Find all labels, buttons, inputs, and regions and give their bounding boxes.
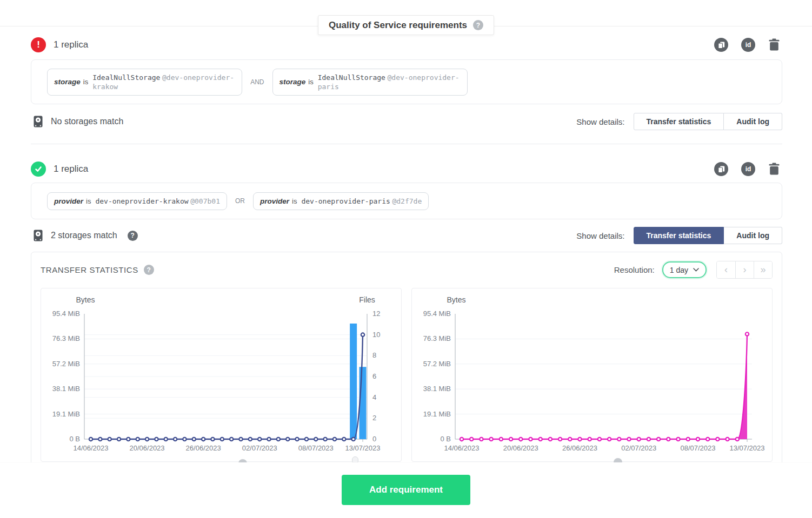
condition-operator: is (83, 78, 88, 86)
condition-key: provider (54, 197, 83, 205)
condition-value-wrap: dev-oneprovider-krakow @007b01 (95, 197, 220, 206)
svg-text:14/06/2023: 14/06/2023 (444, 444, 479, 452)
svg-text:08/07/2023: 08/07/2023 (680, 444, 715, 452)
svg-text:Bytes: Bytes (447, 295, 465, 304)
storages-match-status: No storages match (31, 116, 123, 127)
storage-icon (34, 116, 43, 127)
svg-text:10: 10 (372, 331, 380, 339)
svg-text:Files: Files (359, 295, 375, 304)
condition-operator: is (292, 197, 297, 205)
error-status-icon: ! (31, 37, 46, 52)
svg-text:26/06/2023: 26/06/2023 (562, 444, 597, 452)
show-details-controls: Show details: Transfer statistics Audit … (576, 227, 782, 244)
svg-text:0 B: 0 B (69, 435, 80, 443)
requirements-divider (31, 144, 782, 144)
copy-id-button[interactable]: id (741, 38, 755, 52)
fulfilled-status-icon (31, 162, 46, 177)
condition-provider-krakow: provider is dev-oneprovider-krakow @007b… (47, 192, 227, 210)
svg-text:6: 6 (372, 372, 376, 380)
condition-key: storage (279, 78, 306, 86)
svg-text:02/07/2023: 02/07/2023 (621, 444, 656, 452)
qos-content: ! 1 replica id storage is IdealNullStora… (31, 0, 782, 518)
delete-requirement-button[interactable] (768, 38, 780, 51)
svg-text:19.1 MiB: 19.1 MiB (52, 410, 80, 418)
add-requirement-button[interactable]: Add requirement (342, 475, 470, 505)
svg-text:38.1 MiB: 38.1 MiB (423, 385, 451, 393)
resolution-select[interactable]: 1 day (662, 261, 707, 278)
copy-expression-button[interactable] (714, 38, 728, 52)
details-button-group: Transfer statistics Audit log (634, 113, 783, 130)
condition-operator: is (308, 78, 313, 86)
svg-text:13/07/2023: 13/07/2023 (345, 444, 380, 452)
svg-text:2: 2 (372, 414, 376, 422)
svg-text:Bytes: Bytes (76, 295, 95, 304)
replica-count-label: 1 replica (54, 164, 88, 174)
transfer-statistics-header: TRANSFER STATISTICS ? Resolution: 1 day … (41, 261, 773, 279)
svg-text:57.2 MiB: 57.2 MiB (52, 360, 80, 368)
requirement-2-actions: id (714, 162, 780, 176)
svg-text:57.2 MiB: 57.2 MiB (423, 360, 451, 368)
requirement-1-actions: id (714, 38, 780, 52)
condition-value-wrap: IdealNullStorage @dev-oneprovider-paris (318, 73, 461, 91)
details-button-group: Transfer statistics Audit log (634, 227, 783, 244)
transfer-statistics-button[interactable]: Transfer statistics (634, 113, 724, 130)
transfer-chart-bytes: 95.4 MiB76.3 MiB57.2 MiB38.1 MiB19.1 MiB… (412, 288, 773, 462)
statistics-help-icon[interactable]: ? (144, 265, 154, 275)
match-text: 2 storages match (51, 231, 117, 240)
requirement-2-expression: provider is dev-oneprovider-krakow @007b… (31, 183, 782, 219)
delete-requirement-button[interactable] (768, 163, 780, 176)
svg-text:95.4 MiB: 95.4 MiB (423, 310, 451, 318)
condition-value-wrap: dev-oneprovider-paris @d2f7de (301, 197, 422, 206)
match-help-icon[interactable]: ? (128, 231, 138, 241)
requirement-1-status-row: No storages match Show details: Transfer… (31, 110, 782, 133)
svg-text:0: 0 (372, 435, 376, 443)
show-details-label: Show details: (576, 117, 624, 126)
match-text: No storages match (51, 117, 123, 126)
svg-text:8: 8 (372, 351, 376, 359)
newest-page-button[interactable]: » (754, 261, 772, 278)
svg-text:13/07/2023: 13/07/2023 (729, 444, 764, 452)
condition-value-wrap: IdealNullStorage @dev-oneprovider-krakow (92, 73, 235, 91)
condition-operator: is (86, 197, 91, 205)
chart-card-left: 95.4 MiB76.3 MiB57.2 MiB38.1 MiB19.1 MiB… (41, 288, 402, 462)
condition-provider-paris: provider is dev-oneprovider-paris @d2f7d… (253, 192, 429, 210)
and-operator: AND (250, 78, 264, 86)
condition-key: provider (260, 197, 289, 205)
condition-storage-krakow: storage is IdealNullStorage @dev-oneprov… (47, 69, 242, 96)
svg-text:76.3 MiB: 76.3 MiB (52, 334, 80, 342)
requirement-2-status-row: 2 storages match ? Show details: Transfe… (31, 224, 782, 247)
show-details-label: Show details: (576, 231, 624, 240)
audit-log-button[interactable]: Audit log (724, 113, 782, 130)
svg-text:20/06/2023: 20/06/2023 (130, 444, 165, 452)
transfer-statistics-title: TRANSFER STATISTICS ? (41, 265, 154, 275)
replica-count-label: 1 replica (54, 39, 88, 50)
newer-page-button[interactable]: › (735, 261, 754, 278)
chart-card-right: 95.4 MiB76.3 MiB57.2 MiB38.1 MiB19.1 MiB… (411, 288, 773, 462)
requirement-1-header: ! 1 replica id (31, 33, 782, 56)
svg-text:02/07/2023: 02/07/2023 (242, 444, 277, 452)
show-details-controls: Show details: Transfer statistics Audit … (576, 113, 782, 130)
svg-text:0 B: 0 B (440, 435, 451, 443)
storage-icon (34, 230, 43, 241)
footer-bar: Add requirement (0, 462, 812, 518)
svg-text:19.1 MiB: 19.1 MiB (423, 410, 451, 418)
copy-id-button[interactable]: id (741, 162, 755, 176)
requirement-1-expression: storage is IdealNullStorage @dev-oneprov… (31, 59, 782, 104)
qos-modal: Quality of Service requirements ? ! 1 re… (0, 0, 812, 518)
svg-text:76.3 MiB: 76.3 MiB (423, 334, 451, 342)
older-page-button[interactable]: ‹ (717, 261, 735, 278)
svg-text:4: 4 (372, 393, 376, 401)
svg-text:20/06/2023: 20/06/2023 (503, 444, 538, 452)
transfer-statistics-button[interactable]: Transfer statistics (634, 227, 724, 244)
svg-text:12: 12 (372, 310, 380, 318)
svg-text:95.4 MiB: 95.4 MiB (52, 310, 80, 318)
or-operator: OR (235, 197, 245, 205)
copy-expression-button[interactable] (714, 162, 728, 176)
audit-log-button[interactable]: Audit log (724, 227, 782, 244)
resolution-value: 1 day (670, 266, 688, 274)
time-pagination: ‹ › » (716, 261, 773, 279)
charts-row: 95.4 MiB76.3 MiB57.2 MiB38.1 MiB19.1 MiB… (41, 288, 773, 462)
storages-match-status: 2 storages match ? (31, 230, 138, 241)
svg-text:08/07/2023: 08/07/2023 (298, 444, 334, 452)
svg-text:14/06/2023: 14/06/2023 (73, 444, 108, 452)
